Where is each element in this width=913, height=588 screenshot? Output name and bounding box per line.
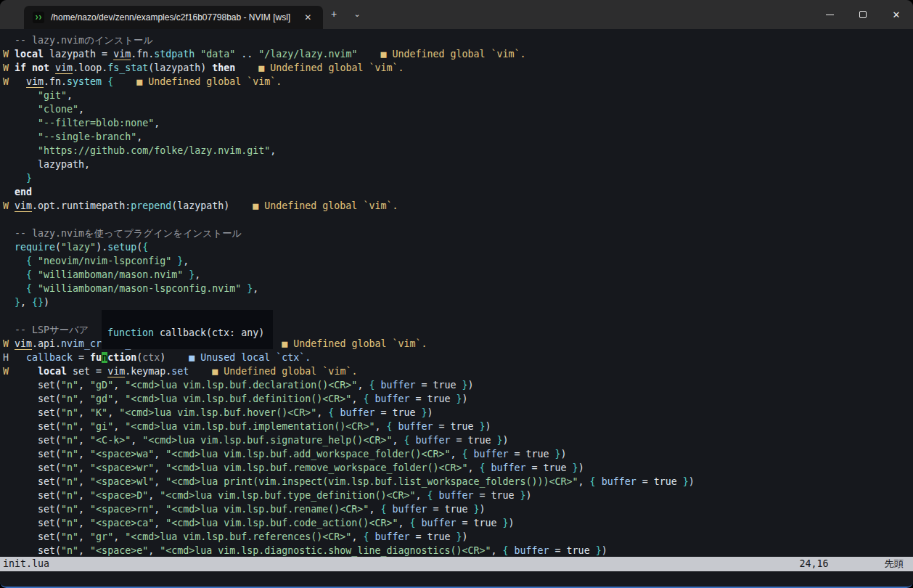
code-line[interactable]: "https://github.com/folke/lazy.nvim.git"… [3,144,913,158]
code-token: callback(ctx: any) [154,327,264,338]
code-token [15,269,26,280]
code-token: "<cmd>lua vim.lsp.buf.code_action()<CR>" [165,518,398,528]
code-token: = true [474,490,520,501]
diagnostic-sign [3,545,15,556]
diagnostic-sign [3,531,15,542]
lsp-hover-popup: function callback(ctx: any) [102,310,273,349]
tab-dropdown-button[interactable]: ⌄ [345,4,369,24]
code-line[interactable]: set("n", "<space>rn", "<cmd>lua vim.lsp.… [3,502,913,516]
code-token: , [154,518,165,528]
code-line[interactable]: "--filter=blob:none", [3,116,913,130]
code-line[interactable]: { "williamboman/mason.nvim" }, [3,268,913,282]
nvim-editor[interactable]: -- lazy.nvimのインストールW local lazypath = vi… [0,29,913,587]
code-token: , [113,380,125,391]
code-token: , [374,421,386,432]
code-token [32,269,38,280]
diagnostic-virtual-text: ■ Undefined global `vim`. [258,62,404,73]
code-line[interactable]: set("n", "<space>wr", "<cmd>lua vim.lsp.… [3,461,913,475]
diagnostic-sign [3,104,15,115]
code-line[interactable]: set("n", "<space>e", "<cmd>lua vim.lsp.d… [3,544,913,557]
code-token [15,76,26,87]
code-token: , [183,256,189,266]
code-token: , [450,449,462,460]
code-line[interactable]: }, {}) [3,295,913,309]
code-token: "clone" [38,104,78,115]
code-line[interactable]: require("lazy").setup({ [3,240,913,254]
code-token: , [578,476,590,487]
code-line[interactable]: lazypath, [3,158,913,171]
tab-close-button[interactable]: ✕ [300,9,316,25]
minimize-button[interactable] [813,0,846,29]
code-line[interactable]: W local lazypath = vim.fn.stdpath "data"… [3,47,913,61]
code-line[interactable]: "git", [3,89,913,102]
code-token: , [78,545,90,556]
code-line[interactable]: set("n", "<space>wa", "<cmd>lua vim.lsp.… [3,447,913,461]
code-line[interactable] [3,213,913,226]
code-line[interactable]: -- lazy.nvimのインストール [3,33,913,47]
code-token: "<cmd>lua vim.lsp.diagnostic.show_line_d… [160,545,491,556]
diagnostic-sign [3,311,15,322]
code-line[interactable]: set("n", "<space>wl", "<cmd>lua print(vi… [3,475,913,489]
code-token: "<cmd>lua vim.lsp.buf.implementation()<C… [125,421,374,432]
code-token: = true [456,518,503,528]
code-token [102,76,107,87]
code-token: "<space>e" [90,545,148,556]
code-token: .fn. [131,49,154,60]
code-token: , [357,380,369,391]
code-line[interactable]: end [3,185,913,199]
diagnostic-sign: W [3,49,15,60]
code-line[interactable]: set("n", "gd", "<cmd>lua vim.lsp.buf.def… [3,392,913,406]
diagnostic-sign: H [3,352,15,363]
code-line[interactable]: "--single-branch", [3,130,913,144]
code-line[interactable]: set("n", "<space>D", "<cmd>lua vim.lsp.b… [3,489,913,502]
code-token: "gi" [90,421,113,432]
code-token: .fn. [44,76,67,87]
diagnostic-sign [3,283,15,294]
code-line[interactable]: W local set = vim.keymap.set ■ Undefined… [3,364,913,378]
code-line[interactable]: W vim.opt.runtimepath:prepend(lazypath) … [3,199,913,213]
code-token: vim [15,200,32,211]
code-token: , [148,490,160,501]
command-line[interactable] [0,571,913,587]
code-line[interactable]: set("n", "gr", "<cmd>lua vim.lsp.buf.ref… [3,530,913,544]
code-line[interactable]: set("n", "<C-k>", "<cmd>lua vim.lsp.buf.… [3,433,913,447]
titlebar[interactable]: ❯❯ /home/nazo/dev/zenn/examples/c2f16b07… [0,0,913,29]
code-line[interactable]: W vim.fn.system { ■ Undefined global `vi… [3,75,913,89]
code-token: -- lazy.nvimのインストール [15,35,153,46]
code-line[interactable]: } [3,171,913,185]
tab-nvim[interactable]: ❯❯ /home/nazo/dev/zenn/examples/c2f16b07… [24,6,323,29]
code-token [235,62,258,73]
code-token: "https://github.com/folke/lazy.nvim.git" [38,145,270,156]
code-token: "n" [61,435,78,446]
code-line[interactable]: { "neovim/nvim-lspconfig" }, [3,254,913,268]
code-line[interactable]: -- lazy.nvimを使ってプラグインをインストール [3,226,913,240]
maximize-button[interactable] [846,0,880,29]
new-tab-button[interactable]: + [323,4,345,24]
code-token: buffer [398,421,433,432]
code-token: , [113,421,125,432]
code-token: } [26,173,32,184]
code-token: set( [15,476,61,487]
code-token: .keymap. [125,366,171,377]
diagnostic-sign: W [3,62,15,73]
code-line[interactable]: set("n", "K", "<cmd>lua vim.lsp.buf.hove… [3,406,913,420]
code-token: { [26,269,32,280]
code-line[interactable]: W if not vim.loop.fs_stat(lazypath) then… [3,61,913,75]
code-token: "n" [61,380,78,391]
code-line[interactable]: set("n", "<space>ca", "<cmd>lua vim.lsp.… [3,516,913,530]
code-token: = true [409,393,456,404]
code-token: set( [15,380,61,391]
diagnostic-virtual-text: ■ Undefined global `vim`. [212,366,357,377]
code-buffer[interactable]: -- lazy.nvimのインストールW local lazypath = vi… [0,29,913,557]
code-line[interactable]: H callback = function(ctx) ■ Unused loca… [3,351,913,364]
code-line[interactable]: "clone", [3,102,913,116]
diagnostic-sign [3,449,15,460]
diagnostic-sign [3,173,15,184]
code-token: function [107,327,154,338]
wsl-terminal-icon: ❯❯ [33,12,44,23]
code-line[interactable]: { "williamboman/mason-lspconfig.nvim" }, [3,282,913,295]
code-line[interactable]: set("n", "gi", "<cmd>lua vim.lsp.buf.imp… [3,420,913,433]
code-line[interactable]: set("n", "gD", "<cmd>lua vim.lsp.buf.dec… [3,378,913,392]
code-token: , [369,504,380,515]
close-button[interactable]: ✕ [880,0,913,29]
